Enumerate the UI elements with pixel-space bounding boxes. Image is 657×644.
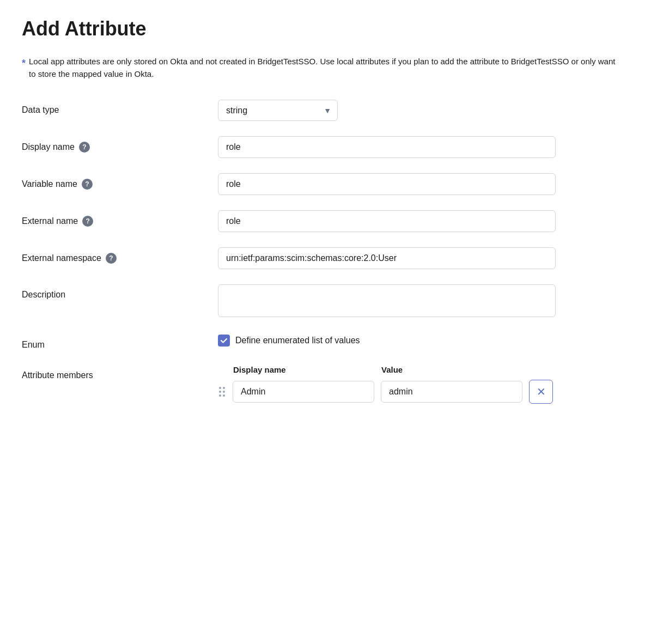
drag-dot [223,394,225,397]
variable-name-row: Variable name ? [22,173,635,195]
variable-name-help-icon[interactable]: ? [82,179,93,190]
page-title: Add Attribute [22,17,635,40]
external-namespace-row: External namespace ? [22,247,635,269]
external-name-label: External name ? [22,210,196,227]
external-name-input[interactable] [218,210,556,232]
external-name-row: External name ? [22,210,635,232]
members-display-name-header: Display name [233,365,375,374]
attribute-members-label: Attribute members [22,365,196,380]
drag-dot [223,387,225,389]
data-type-control: string boolean integer number array ▼ [218,100,556,121]
enum-control: Define enumerated list of values [218,335,556,347]
display-name-input[interactable] [218,136,556,158]
data-type-select[interactable]: string boolean integer number array [218,100,338,121]
info-banner-text: Local app attributes are only stored on … [29,56,621,80]
description-row: Description [22,284,635,319]
display-name-row: Display name ? [22,136,635,158]
display-name-label: Display name ? [22,136,196,153]
external-namespace-input[interactable] [218,247,556,269]
data-type-row: Data type string boolean integer number … [22,100,635,121]
external-namespace-label: External namespace ? [22,247,196,264]
variable-name-input[interactable] [218,173,556,195]
remove-member-button[interactable]: ✕ [529,380,553,404]
member-display-input[interactable] [233,381,374,403]
data-type-label: Data type [22,100,196,115]
member-row: ✕ [218,380,599,404]
enum-checkbox-label: Define enumerated list of values [235,336,360,345]
attribute-members-control: Display name Value ✕ [218,365,599,404]
external-name-control [218,210,556,232]
members-header: Display name Value [218,365,599,374]
description-input[interactable] [218,284,556,317]
asterisk-icon: * [22,56,26,71]
drag-handle-icon[interactable] [218,385,226,399]
enum-checkbox[interactable] [218,335,230,347]
attribute-members-row: Attribute members Display name Value [22,365,635,404]
close-icon: ✕ [537,385,546,398]
display-name-control [218,136,556,158]
members-value-header: Value [381,365,523,374]
drag-dot [219,394,221,397]
description-control [218,284,556,319]
drag-dot [219,391,221,393]
drag-dot [223,391,225,393]
variable-name-label: Variable name ? [22,173,196,190]
enum-row: Enum Define enumerated list of values [22,335,635,350]
enum-checkbox-row: Define enumerated list of values [218,335,556,347]
drag-dot [219,387,221,389]
info-banner: * Local app attributes are only stored o… [22,56,621,80]
external-namespace-control [218,247,556,269]
description-label: Description [22,284,196,300]
data-type-select-wrapper: string boolean integer number array ▼ [218,100,338,121]
display-name-help-icon[interactable]: ? [79,142,90,153]
member-value-input[interactable] [381,381,522,403]
enum-label: Enum [22,335,196,350]
variable-name-control [218,173,556,195]
external-namespace-help-icon[interactable]: ? [106,253,117,264]
external-name-help-icon[interactable]: ? [82,216,93,227]
